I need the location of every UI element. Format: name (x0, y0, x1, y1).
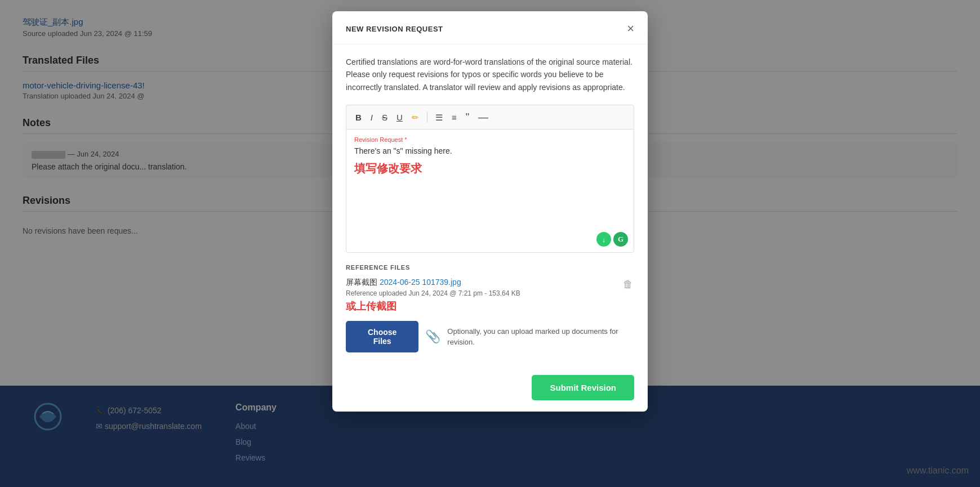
ref-file-name: 屏幕截图 2024-06-25 101739.jpg (346, 278, 520, 288)
modal-title: NEW REVISION REQUEST (346, 25, 443, 33)
ref-file-meta: Reference uploaded Jun 24, 2024 @ 7:21 p… (346, 289, 520, 297)
delete-reference-file-button[interactable]: 🗑 (622, 278, 634, 292)
editor-area[interactable]: Revision Request * There's an "s" missin… (346, 129, 634, 253)
divider-button[interactable]: — (475, 110, 492, 124)
ref-file-name-cn: 屏幕截图 (346, 278, 380, 287)
ref-file-info: 屏幕截图 2024-06-25 101739.jpg Reference upl… (346, 278, 520, 313)
highlight-button[interactable]: ✏ (408, 111, 422, 124)
reference-file-item: 屏幕截图 2024-06-25 101739.jpg Reference upl… (346, 278, 634, 313)
required-marker: * (403, 136, 407, 143)
modal-footer: Submit Revision (332, 375, 648, 412)
modal-overlay: NEW REVISION REQUEST × Certified transla… (0, 0, 980, 487)
editor-label: Revision Request * (354, 136, 626, 143)
editor-cn-placeholder: 填写修改要求 (354, 161, 626, 176)
grammarly-g-icon[interactable]: G (613, 232, 628, 247)
italic-button[interactable]: I (367, 111, 376, 124)
strikethrough-button[interactable]: S (378, 111, 391, 124)
choose-files-button[interactable]: Choose Files (346, 321, 418, 352)
editor-plugin-icons: ↓ G (596, 232, 628, 247)
choose-files-description: Optionally, you can upload marked up doc… (447, 326, 634, 348)
modal-header: NEW REVISION REQUEST × (332, 11, 648, 44)
modal-close-button[interactable]: × (627, 23, 634, 35)
quote-button[interactable]: " (462, 110, 473, 124)
modal-description: Certified translations are word-for-word… (346, 56, 634, 93)
bullet-list-button[interactable]: ☰ (432, 111, 446, 124)
grammarly-download-icon: ↓ (596, 232, 611, 247)
bold-button[interactable]: B (352, 111, 365, 124)
ref-file-cn-label: 或上传截图 (346, 300, 520, 313)
editor-toolbar: B I S U ✏ ☰ ≡ " — (346, 105, 634, 129)
toolbar-divider-1 (427, 112, 427, 122)
editor-text[interactable]: There's an "s" missing here. (354, 146, 626, 155)
paperclip-icon: 📎 (425, 329, 440, 344)
modal-body: Certified translations are word-for-word… (332, 44, 648, 375)
submit-revision-button[interactable]: Submit Revision (532, 375, 634, 400)
ref-file-name-en[interactable]: 2024-06-25 101739.jpg (380, 278, 461, 287)
revision-modal: NEW REVISION REQUEST × Certified transla… (332, 11, 648, 412)
underline-button[interactable]: U (393, 111, 406, 124)
reference-files-label: REFERENCE FILES (346, 264, 634, 271)
ordered-list-button[interactable]: ≡ (448, 111, 460, 124)
choose-files-row: Choose Files 📎 Optionally, you can uploa… (346, 321, 634, 352)
